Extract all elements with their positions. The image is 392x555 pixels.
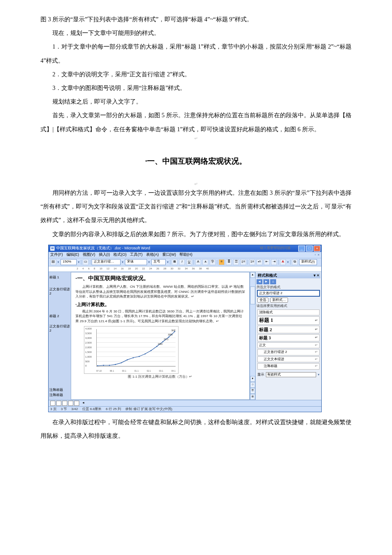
next-page-icon[interactable]: ⇊ [250,394,255,400]
new-style-button[interactable]: 新样式(I) [299,259,317,265]
align-distribute-icon[interactable]: ☰ [233,259,239,265]
scroll-thumb[interactable] [250,286,255,304]
help-hint-input[interactable]: 键入需要帮助的问题 [260,246,320,250]
menu-format[interactable]: 格式(O) [113,252,127,257]
dropdown-arrow-icon[interactable]: ▾ [318,373,320,376]
word-window: W 中国互联网络发展状况（无格式）.doc - Microsoft Word _… [48,245,322,412]
svg-point-1 [103,365,104,366]
menu-table[interactable]: 表格(A) [146,252,159,257]
normal-view-icon[interactable] [50,401,55,406]
menu-edit[interactable]: 编辑(E) [66,252,79,257]
style-item-h3[interactable]: 标题 3↵ [257,334,320,341]
dropdown-arrow-icon[interactable]: ▾ [58,260,59,264]
vertical-scrollbar[interactable]: ▴ ▾ ○ ⇈ ⇊ [250,272,255,400]
body-paragraph-list: 1．对于文章中的每一部分或章节的大标题，采用“标题 1”样式，章节中的小标题，按… [40,40,352,67]
scroll-up-icon[interactable]: ▴ [250,272,255,278]
menu-window[interactable]: 窗口(W) [162,252,176,257]
pane-forward-icon[interactable]: ► [263,279,269,284]
chart-line-icon: 2083 2572 3089 3630 [97,329,176,366]
font-color-button[interactable]: A [280,259,286,265]
status-line-col: 6 行 25 列 [106,407,121,411]
current-format-value[interactable]: 正文首行缩进 2 [257,290,320,296]
bold-button[interactable]: B [172,259,178,265]
body-paragraph: 规划结束之后，即可录入文字了。 [40,95,352,109]
paragraph-mark-icon: ↵ [40,136,352,141]
style-item-caption[interactable]: 注释标题↵ [257,363,320,369]
read-mode-icon[interactable]: ▭ [83,259,89,265]
document-pane[interactable]: ·一、中国互联网络宏观状况。 上网计算机数、上网用户人数、CN 下注册的域名数、… [71,272,250,400]
zoom-combo[interactable]: 150% [61,259,77,265]
font-size-combo[interactable]: 五号 [151,259,166,265]
menu-tools[interactable]: 工具(T) [130,252,143,257]
menu-view[interactable]: 视图(V) [83,252,95,257]
bulleted-list-icon[interactable]: •≡ [257,259,262,265]
style-item-normal[interactable]: 正文↵ [257,342,320,348]
dropdown-arrow-icon[interactable]: ▾ [287,260,289,264]
align-left-icon[interactable]: ≡ [219,259,225,265]
decrease-indent-icon[interactable]: ⇤ [264,259,270,265]
web-view-icon[interactable] [56,401,61,406]
svg-point-9 [150,350,151,351]
menu-insert[interactable]: 插入(I) [99,252,110,257]
close-inner-button[interactable]: × [317,253,320,257]
style-item-h2[interactable]: 标题 2↵ [257,326,320,333]
svg-point-4 [121,362,121,363]
body-paragraph-list: 2．文章中的说明文字，采用“正文首行缩进 2”样式。 [40,68,352,81]
svg-point-2 [109,365,110,366]
outline-view-icon[interactable]: ▤ [50,259,56,265]
formatting-toolbar: ▤ ▾ 150% ▾ ▭ 正文首行缩… ▾ 宋体 ▾ 五号 ▾ B I U A … [49,258,321,266]
view-switcher: ◄ [49,400,321,406]
reading-view-icon[interactable] [74,401,79,406]
outline-view-icon[interactable] [68,401,73,406]
style-item-indent2[interactable]: 正文首行缩进 2↵ [257,349,320,355]
figure-caption: 图 1-1 历次调查上网计算机总数（万台）↵ [75,375,245,379]
dropdown-arrow-icon[interactable]: ▾ [167,260,169,264]
new-style-button[interactable]: 新样式… [270,298,288,303]
body-paragraph-list: 3．文章中的图和图号说明，采用“注释标题”样式。 [40,81,352,95]
print-view-icon[interactable] [62,401,67,406]
menu-help[interactable]: 帮助(H) [179,252,193,257]
dropdown-arrow-icon[interactable]: ▾ [122,260,124,264]
margin-label-h2: 标题 2 [49,314,71,318]
pane-home-icon[interactable]: ⌂ [270,279,276,284]
styles-pane-button[interactable]: ⧉ [292,259,298,265]
italic-button[interactable]: I [179,259,185,265]
style-combo[interactable]: 正文首行缩… [92,259,121,265]
browse-object-icon[interactable]: ○ [250,382,255,388]
font-combo[interactable]: 宋体 [125,259,147,265]
show-combo[interactable]: 有效样式 [266,372,316,377]
style-margin-column: 标题 1 正文首行缩进 2 标题 2 正文首行缩进 2 注释标题 注释标题 [49,272,71,400]
pane-back-icon[interactable]: ◄ [257,279,262,284]
status-pages: 3/42 [71,407,78,411]
line-spacing-icon[interactable]: ‡≡ [240,259,246,265]
prev-page-icon[interactable]: ⇈ [250,388,255,394]
menubar: 文件(F) 编辑(E) 视图(V) 插入(I) 格式(O) 工具(T) 表格(A… [49,252,321,258]
style-item-clear[interactable]: 清除格式 [257,309,320,315]
dropdown-arrow-icon[interactable]: ▾ [148,260,150,264]
style-item-h1[interactable]: 标题 1↵ [257,316,320,325]
underline-button[interactable]: U [186,259,192,265]
status-modes: 录制 修订 扩展 改写 中文(中国) [125,407,172,411]
align-center-icon[interactable]: ≣ [226,259,232,265]
font-grow-icon[interactable]: A [195,259,201,265]
window-title: 中国互联网络发展状况（无格式）.doc - Microsoft Word [56,246,150,251]
margin-label-body2: 正文首行缩进 2 [49,324,71,333]
body-paragraph: 在录入和排版过程中，可能会经常在键盘和鼠标之间切换，这样会影响速度。对样式设置快… [40,416,352,443]
menu-file[interactable]: 文件(F) [50,252,63,257]
increase-indent-icon[interactable]: ⇥ [271,259,277,265]
select-all-button[interactable]: 全选 [257,298,268,303]
numbered-list-icon[interactable]: 1≡ [249,259,255,265]
font-shrink-icon[interactable]: ᴀ [202,259,208,265]
dropdown-arrow-icon[interactable]: ▾ [78,260,80,264]
svg-point-5 [127,359,127,360]
style-item-bodytext-indent[interactable]: 正文文本缩进↵ [257,356,320,362]
scroll-down-icon[interactable]: ▾ [250,376,255,382]
svg-text:2572: 2572 [164,338,168,341]
char-spacing-icon[interactable]: 字 [210,259,216,265]
restore-inner-button[interactable]: ▫ [314,253,316,257]
horizontal-ruler[interactable]: 246810121416 1820222426283032 34363840 [49,266,321,272]
show-label: 显示 [257,373,264,377]
task-pane-close-icon[interactable]: ▾ × [314,273,319,278]
svg-text:3089: 3089 [168,334,173,336]
body-paragraph: 图 3 所示的“显示”下拉列表中选择“所有样式”，即可选择“标题 4”~“标题 … [40,13,352,26]
